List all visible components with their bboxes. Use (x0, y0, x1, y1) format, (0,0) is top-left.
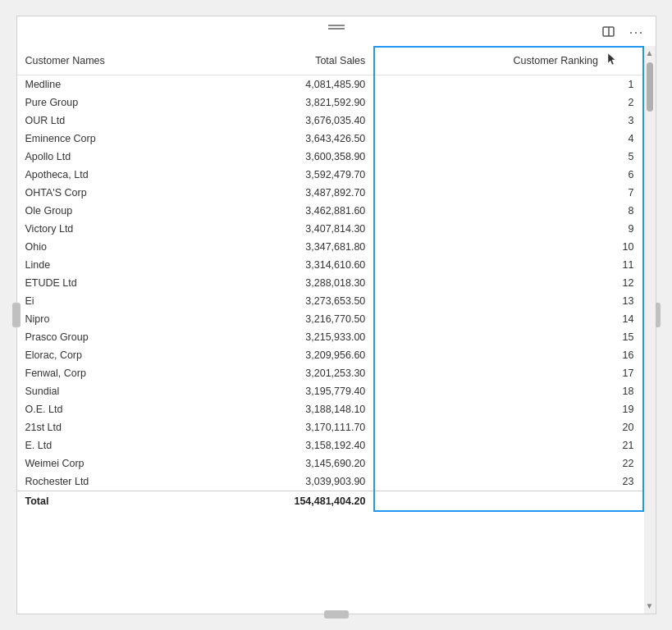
cell-total-sales: 3,216,770.50 (203, 310, 374, 328)
cell-total-sales: 3,273,653.50 (203, 292, 374, 310)
cell-customer-name: 21st Ltd (17, 418, 203, 436)
table-row: E. Ltd3,158,192.4021 (17, 436, 643, 454)
col-header-total-sales: Total Sales (203, 47, 374, 75)
footer-ranking (374, 491, 642, 512)
table-row: Ole Group3,462,881.608 (17, 202, 643, 220)
cell-customer-name: Apotheca, Ltd (17, 166, 203, 184)
cell-customer-name: Eminence Corp (17, 130, 203, 148)
cell-customer-ranking: 13 (374, 292, 642, 310)
cell-total-sales: 3,158,192.40 (203, 436, 374, 454)
cell-total-sales: 3,821,592.90 (203, 94, 374, 112)
cell-customer-ranking: 1 (374, 75, 642, 94)
cell-customer-name: Sundial (17, 382, 203, 400)
cell-customer-name: Apollo Ltd (17, 148, 203, 166)
footer-sales: 154,481,404.20 (203, 491, 374, 512)
cell-customer-name: O.E. Ltd (17, 400, 203, 418)
table-area: Customer Names Total Sales Customer Rank… (17, 46, 656, 614)
cell-customer-ranking: 22 (374, 454, 642, 472)
widget-container: ··· Customer Names Total Sales Customer … (16, 16, 656, 614)
col-header-customer-names: Customer Names (17, 47, 203, 75)
cell-total-sales: 3,643,426.50 (203, 130, 374, 148)
drag-handle[interactable] (328, 25, 345, 30)
expand-button[interactable] (599, 24, 619, 40)
cell-customer-name: Ei (17, 292, 203, 310)
cell-total-sales: 3,600,358.90 (203, 148, 374, 166)
data-table: Customer Names Total Sales Customer Rank… (17, 46, 644, 512)
cell-customer-ranking: 14 (374, 310, 642, 328)
cell-customer-ranking: 6 (374, 166, 642, 184)
cell-total-sales: 3,676,035.40 (203, 112, 374, 130)
cell-customer-name: Fenwal, Corp (17, 364, 203, 382)
cell-total-sales: 3,188,148.10 (203, 400, 374, 418)
cell-customer-ranking: 11 (374, 256, 642, 274)
cell-customer-name: Medline (17, 75, 203, 94)
table-row: Ei3,273,653.5013 (17, 292, 643, 310)
table-row: Eminence Corp3,643,426.504 (17, 130, 643, 148)
table-row: Elorac, Corp3,209,956.6016 (17, 346, 643, 364)
cell-customer-name: ETUDE Ltd (17, 274, 203, 292)
widget-top-bar: ··· (17, 16, 656, 46)
cell-customer-ranking: 9 (374, 220, 642, 238)
cell-total-sales: 4,081,485.90 (203, 75, 374, 94)
col-header-customer-ranking[interactable]: Customer Ranking (374, 47, 642, 75)
cell-customer-ranking: 3 (374, 112, 642, 130)
table-row: Fenwal, Corp3,201,253.3017 (17, 364, 643, 382)
cell-customer-name: Victory Ltd (17, 220, 203, 238)
cell-customer-ranking: 17 (374, 364, 642, 382)
footer-label: Total (17, 491, 203, 512)
cell-customer-name: OUR Ltd (17, 112, 203, 130)
table-row: Apollo Ltd3,600,358.905 (17, 148, 643, 166)
table-row: Sundial3,195,779.4018 (17, 382, 643, 400)
table-row: Prasco Group3,215,933.0015 (17, 328, 643, 346)
scrollbar-vertical[interactable]: ▲ ▼ (644, 46, 656, 614)
cell-customer-ranking: 20 (374, 418, 642, 436)
cell-total-sales: 3,592,479.70 (203, 166, 374, 184)
cell-total-sales: 3,215,933.00 (203, 328, 374, 346)
cell-customer-ranking: 19 (374, 400, 642, 418)
cell-customer-ranking: 21 (374, 436, 642, 454)
cell-customer-ranking: 23 (374, 472, 642, 491)
cell-total-sales: 3,201,253.30 (203, 364, 374, 382)
cell-customer-name: Elorac, Corp (17, 346, 203, 364)
cell-total-sales: 3,462,881.60 (203, 202, 374, 220)
table-row: Weimei Corp3,145,690.2022 (17, 454, 643, 472)
cell-total-sales: 3,407,814.30 (203, 220, 374, 238)
cell-customer-name: Linde (17, 256, 203, 274)
cell-customer-ranking: 8 (374, 202, 642, 220)
cell-customer-ranking: 15 (374, 328, 642, 346)
cell-total-sales: 3,487,892.70 (203, 184, 374, 202)
table-scroll[interactable]: Customer Names Total Sales Customer Rank… (17, 46, 644, 614)
cell-customer-name: E. Ltd (17, 436, 203, 454)
table-footer-row: Total 154,481,404.20 (17, 491, 643, 512)
cell-customer-ranking: 10 (374, 238, 642, 256)
table-row: Ohio3,347,681.8010 (17, 238, 643, 256)
cell-total-sales: 3,288,018.30 (203, 274, 374, 292)
cell-customer-name: Rochester Ltd (17, 472, 203, 491)
table-row: Medline4,081,485.901 (17, 75, 643, 94)
scroll-up-arrow[interactable]: ▲ (646, 48, 654, 59)
table-row: Rochester Ltd3,039,903.9023 (17, 472, 643, 491)
table-row: Pure Group3,821,592.902 (17, 94, 643, 112)
table-row: Victory Ltd3,407,814.309 (17, 220, 643, 238)
cell-customer-name: Nipro (17, 310, 203, 328)
cell-customer-ranking: 7 (374, 184, 642, 202)
cell-total-sales: 3,209,956.60 (203, 346, 374, 364)
cell-total-sales: 3,170,111.70 (203, 418, 374, 436)
table-row: 21st Ltd3,170,111.7020 (17, 418, 643, 436)
sort-cursor-icon (605, 52, 618, 71)
cell-total-sales: 3,347,681.80 (203, 238, 374, 256)
table-row: Nipro3,216,770.5014 (17, 310, 643, 328)
scroll-down-arrow[interactable]: ▼ (646, 600, 654, 612)
top-right-icons: ··· (599, 22, 647, 43)
cell-customer-ranking: 18 (374, 382, 642, 400)
cell-customer-name: Ohio (17, 238, 203, 256)
scroll-thumb-vertical[interactable] (647, 62, 653, 112)
cell-customer-ranking: 12 (374, 274, 642, 292)
cell-total-sales: 3,314,610.60 (203, 256, 374, 274)
cell-total-sales: 3,039,903.90 (203, 472, 374, 491)
cell-customer-ranking: 4 (374, 130, 642, 148)
cell-customer-name: Prasco Group (17, 328, 203, 346)
more-icon: ··· (629, 24, 643, 41)
more-options-button[interactable]: ··· (625, 22, 647, 43)
cell-total-sales: 3,195,779.40 (203, 382, 374, 400)
